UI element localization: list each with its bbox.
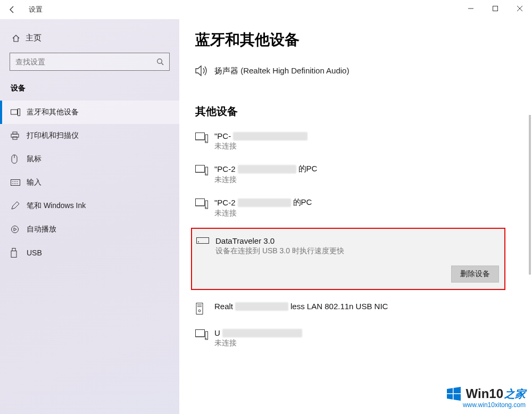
home-link[interactable]: 主页 — [0, 30, 179, 53]
svg-rect-5 — [18, 109, 20, 116]
keyboard-icon — [11, 179, 27, 186]
device-desc: 设备在连接到 USB 3.0 时执行速度更快 — [215, 246, 499, 256]
home-icon — [12, 34, 26, 43]
watermark: Win10 之家 www.win10xitong.com — [447, 386, 526, 409]
close-button[interactable] — [508, 0, 532, 17]
drive-icon — [196, 236, 215, 245]
sidebar: 主页 设备 蓝牙和其他设备 打印机和扫描仪 鼠标 输入 笔和 Windows I… — [0, 19, 179, 414]
nav-mouse[interactable]: 鼠标 — [0, 147, 179, 171]
usb-icon — [11, 248, 27, 258]
nav-label: 蓝牙和其他设备 — [27, 107, 79, 117]
svg-rect-6 — [13, 132, 17, 134]
svg-rect-4 — [11, 110, 18, 114]
remove-device-button[interactable]: 删除设备 — [451, 266, 499, 283]
svg-point-27 — [198, 242, 199, 243]
device-status: 未连接 — [214, 175, 516, 185]
audio-label: 扬声器 (Realtek High Definition Audio) — [214, 66, 349, 76]
device-name: U — [214, 328, 516, 337]
svg-rect-23 — [196, 199, 205, 206]
svg-rect-11 — [11, 180, 20, 186]
pc-icon — [195, 328, 214, 340]
device-item[interactable]: U 未连接 — [195, 325, 516, 358]
nav-pen[interactable]: 笔和 Windows Ink — [0, 194, 179, 218]
device-item-selected[interactable]: DataTraveler 3.0 设备在连接到 USB 3.0 时执行速度更快 — [196, 233, 499, 260]
mouse-icon — [11, 154, 27, 164]
pen-icon — [11, 202, 27, 210]
svg-point-2 — [157, 59, 162, 64]
search-icon — [156, 58, 164, 65]
nav-label: USB — [27, 249, 42, 257]
printer-icon — [11, 131, 27, 140]
nav-label: 输入 — [27, 178, 41, 187]
nav-printers[interactable]: 打印机和扫描仪 — [0, 124, 179, 147]
minimize-button[interactable] — [459, 0, 483, 17]
back-button[interactable] — [0, 0, 24, 19]
nav-typing[interactable]: 输入 — [0, 171, 179, 194]
watermark-suffix: 之家 — [504, 387, 526, 401]
device-name: DataTraveler 3.0 — [215, 236, 499, 245]
device-item[interactable]: "PC- 未连接 — [195, 128, 516, 161]
selected-device-panel: DataTraveler 3.0 设备在连接到 USB 3.0 时执行速度更快 … — [191, 228, 505, 290]
svg-rect-17 — [196, 133, 205, 140]
nav-autoplay[interactable]: 自动播放 — [0, 218, 179, 241]
nav-label: 打印机和扫描仪 — [27, 131, 79, 140]
svg-line-3 — [162, 63, 164, 65]
search-input[interactable] — [15, 57, 156, 66]
other-devices-heading: 其他设备 — [195, 104, 516, 119]
scrollbar-thumb[interactable] — [529, 115, 531, 275]
watermark-brand: Win10 — [466, 386, 503, 401]
nav-label: 笔和 Windows Ink — [27, 201, 86, 211]
svg-point-14 — [12, 226, 19, 233]
home-label: 主页 — [26, 33, 41, 43]
device-item[interactable]: Realtless LAN 802.11n USB NIC — [195, 299, 516, 325]
window-title: 设置 — [24, 5, 43, 14]
device-status: 未连接 — [214, 209, 516, 218]
page-heading: 蓝牙和其他设备 — [195, 30, 516, 50]
svg-rect-16 — [11, 251, 16, 258]
device-name: Realtless LAN 802.11n USB NIC — [214, 302, 516, 311]
section-label: 设备 — [0, 81, 179, 101]
device-status: 未连接 — [214, 142, 516, 151]
svg-rect-26 — [197, 238, 209, 244]
devices-icon — [11, 109, 27, 116]
device-item[interactable]: "PC-2的PC 未连接 — [195, 161, 516, 194]
speaker-icon — [195, 65, 214, 77]
nav-usb[interactable]: USB — [0, 241, 179, 264]
device-name: "PC-2的PC — [214, 164, 516, 174]
watermark-url: www.win10xitong.com — [447, 401, 526, 409]
device-status: 未连接 — [214, 338, 516, 348]
windows-logo-icon — [447, 387, 461, 401]
audio-device[interactable]: 扬声器 (Realtek High Definition Audio) — [195, 65, 516, 77]
pc-icon — [195, 164, 214, 176]
device-name: "PC- — [214, 131, 516, 140]
scrollbar[interactable] — [525, 19, 532, 409]
maximize-button[interactable] — [483, 0, 508, 17]
device-name: "PC-2的PC — [214, 197, 516, 208]
svg-rect-1 — [493, 6, 498, 11]
autoplay-icon — [11, 225, 27, 234]
pc-icon — [195, 197, 214, 209]
title-bar: 设置 — [0, 0, 532, 19]
pc-icon — [195, 131, 214, 143]
svg-rect-15 — [12, 249, 15, 251]
search-input-wrap[interactable] — [10, 53, 170, 71]
window-controls — [459, 0, 532, 17]
device-item[interactable]: "PC-2的PC 未连接 — [195, 194, 516, 228]
svg-rect-20 — [196, 165, 205, 172]
nav-label: 自动播放 — [27, 225, 56, 234]
main-panel: 蓝牙和其他设备 扬声器 (Realtek High Definition Aud… — [179, 19, 532, 414]
svg-rect-32 — [196, 330, 205, 337]
nav-bluetooth[interactable]: 蓝牙和其他设备 — [0, 101, 179, 124]
svg-point-31 — [198, 310, 201, 312]
nav-label: 鼠标 — [27, 154, 41, 164]
tower-icon — [195, 302, 214, 316]
